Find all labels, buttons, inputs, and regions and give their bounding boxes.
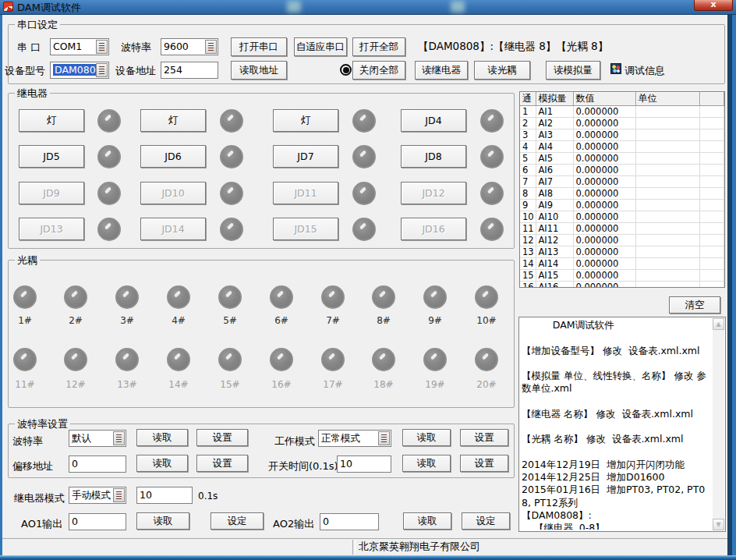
offset-input[interactable]: 0: [69, 455, 126, 473]
baud-set-button[interactable]: 设置: [196, 429, 248, 446]
baud-default-select[interactable]: 默认: [69, 430, 126, 447]
open-port-button[interactable]: 打开串口: [231, 37, 287, 56]
close-all-button[interactable]: 关闭全部: [352, 61, 405, 80]
ao1-input[interactable]: 0: [69, 513, 126, 530]
model-select[interactable]: DAM0808: [50, 62, 109, 79]
table-row[interactable]: 9AI90.000000: [520, 200, 724, 211]
table-row[interactable]: 12AI120.000000: [520, 235, 724, 246]
work-mode-read-button[interactable]: 读取: [402, 429, 451, 446]
table-row[interactable]: 2AI20.000000: [520, 118, 724, 129]
table-header-cell[interactable]: 单位: [635, 92, 699, 106]
table-row[interactable]: 13AI130.000000: [520, 246, 724, 258]
relay-button-8[interactable]: JD8: [401, 145, 466, 168]
offset-set-button[interactable]: 设置: [196, 455, 248, 472]
opto-label-9: 9#: [418, 315, 452, 326]
chevron-down-icon[interactable]: [113, 488, 125, 502]
read-address-button[interactable]: 读取地址: [231, 61, 287, 80]
clear-button[interactable]: 清空: [669, 296, 720, 314]
relay-mode-select[interactable]: 手动模式: [69, 487, 126, 504]
port-value: COM1: [53, 41, 82, 52]
relay-button-15[interactable]: JD15: [273, 218, 338, 240]
relay-button-1[interactable]: 灯: [19, 109, 84, 132]
ao1-read-button[interactable]: 读取: [136, 512, 189, 530]
open-all-button[interactable]: 打开全部: [352, 37, 405, 56]
relay-led-14: [220, 218, 243, 241]
table-cell: [699, 270, 724, 282]
relay-button-5[interactable]: JD5: [19, 145, 84, 168]
scroll-down-icon[interactable]: ▼: [713, 519, 724, 530]
table-row[interactable]: 1AI10.000000: [520, 106, 724, 118]
read-relay-button[interactable]: 读继电器: [415, 61, 468, 80]
table-row[interactable]: 8AI80.000000: [520, 188, 724, 200]
table-cell: 0.000000: [573, 200, 635, 211]
analog-table[interactable]: 通模拟量数值单位 1AI10.0000002AI20.0000003AI30.0…: [519, 91, 725, 288]
chevron-down-icon[interactable]: [205, 40, 217, 54]
table-cell: 11: [520, 223, 536, 235]
ao2-input[interactable]: 0: [320, 513, 379, 530]
chevron-down-icon[interactable]: [96, 63, 108, 77]
ao1-set-button[interactable]: 设定: [211, 512, 264, 530]
address-input[interactable]: 254: [161, 62, 218, 79]
relay-button-9[interactable]: JD9: [19, 182, 84, 204]
relay-button-2[interactable]: 灯: [140, 109, 206, 132]
relay-button-11[interactable]: JD11: [273, 182, 338, 204]
table-row[interactable]: 11AI110.000000: [520, 223, 724, 235]
ao2-set-button[interactable]: 设定: [462, 512, 510, 530]
info-scrollbar[interactable]: ▲ ▼: [713, 318, 724, 530]
adaptive-port-button[interactable]: 自适应串口: [294, 37, 347, 56]
table-row[interactable]: 7AI70.000000: [520, 176, 724, 188]
opto-led-2: [64, 285, 87, 309]
table-row[interactable]: 6AI60.000000: [520, 165, 724, 176]
table-header-cell[interactable]: [699, 92, 724, 106]
window-border-right-outer: [732, 15, 736, 555]
table-row[interactable]: 4AI40.000000: [520, 141, 724, 153]
info-text: DAM调试软件 【增加设备型号】 修改 设备表.xml.xml 【模拟量 单位、…: [522, 319, 711, 530]
table-header-cell[interactable]: 模拟量: [536, 92, 573, 106]
table-row[interactable]: 15AI150.000000: [520, 270, 724, 282]
baud-select[interactable]: 9600: [161, 38, 218, 55]
table-cell: 4: [520, 141, 536, 153]
table-row[interactable]: 5AI50.000000: [520, 153, 724, 165]
relay-button-3[interactable]: 灯: [273, 109, 338, 132]
close-button[interactable]: x: [694, 0, 733, 11]
relay-led-15: [352, 218, 376, 241]
switch-time-input[interactable]: 10: [337, 455, 391, 473]
work-mode-set-button[interactable]: 设置: [460, 429, 508, 446]
opto-led-20: [475, 348, 498, 371]
opto-label-2: 2#: [58, 315, 93, 326]
opto-label-14: 14#: [161, 379, 196, 390]
read-opto-button[interactable]: 读光耦: [474, 61, 530, 80]
relay-button-16[interactable]: JD16: [401, 218, 466, 240]
opto-label-13: 13#: [110, 379, 144, 390]
scroll-up-icon[interactable]: ▲: [713, 318, 724, 330]
switch-time-read-button[interactable]: 读取: [402, 455, 451, 472]
chevron-down-icon[interactable]: [378, 431, 390, 445]
table-row[interactable]: 3AI30.000000: [520, 129, 724, 141]
switch-time-set-button[interactable]: 设置: [460, 455, 508, 472]
relay-button-12[interactable]: JD12: [401, 182, 466, 204]
table-row[interactable]: 16AI160.000000: [520, 282, 724, 289]
table-row[interactable]: 14AI140.000000: [520, 258, 724, 270]
relay-button-14[interactable]: JD14: [140, 218, 206, 240]
ao2-read-button[interactable]: 读取: [403, 512, 451, 530]
relay-time-input[interactable]: 10: [136, 487, 193, 504]
chevron-down-icon[interactable]: [96, 40, 108, 54]
baud-read-button[interactable]: 读取: [136, 429, 188, 446]
table-header-cell[interactable]: 通: [520, 92, 536, 106]
table-header-cell[interactable]: 数值: [573, 92, 635, 106]
table-cell: [699, 165, 724, 176]
chevron-down-icon[interactable]: [113, 431, 125, 445]
offset-read-button[interactable]: 读取: [136, 455, 188, 472]
read-analog-button[interactable]: 读模拟量: [546, 61, 600, 80]
relay-button-13[interactable]: JD13: [19, 218, 84, 240]
relay-button-6[interactable]: JD6: [140, 145, 206, 168]
relay-button-4[interactable]: JD4: [401, 109, 466, 132]
relay-button-10[interactable]: JD10: [140, 182, 206, 204]
relay-button-7[interactable]: JD7: [273, 145, 338, 168]
work-mode-select[interactable]: 正常模式: [318, 430, 391, 447]
port-select[interactable]: COM1: [50, 38, 109, 55]
opto-label-17: 17#: [316, 379, 350, 390]
table-cell: 0.000000: [573, 282, 635, 289]
table-row[interactable]: 10AI100.000000: [520, 211, 724, 223]
relay-led-10: [220, 182, 243, 205]
